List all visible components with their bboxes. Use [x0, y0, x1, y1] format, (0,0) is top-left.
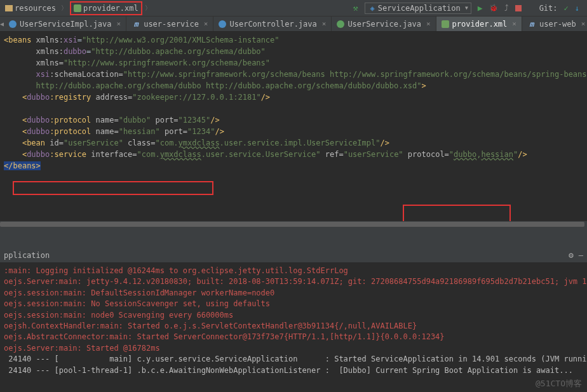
- minimize-icon[interactable]: —: [579, 251, 583, 260]
- breadcrumb-item-active[interactable]: provider.xml: [70, 1, 142, 15]
- console-title: pplication: [4, 251, 50, 260]
- tab-label: UserService.java: [347, 20, 421, 29]
- chevron-right-icon: 〉: [145, 4, 151, 13]
- editor-tabs: ◀ UserServiceImpl.java × m user-service …: [0, 17, 587, 32]
- breadcrumb-item[interactable]: resources: [3, 3, 58, 14]
- watermark: @51CTO博客: [536, 378, 582, 389]
- close-icon[interactable]: ×: [322, 20, 327, 28]
- breadcrumb-bar: resources 〉 provider.xml 〉 ⚒ ◈ ServiceAp…: [0, 0, 587, 17]
- close-icon[interactable]: ×: [117, 20, 121, 28]
- toolbar-right: ⚒ ◈ ServiceApplication ▶ 🐞 ⤴ Git: ✓ ↓: [353, 3, 584, 14]
- console-output[interactable]: :main: Logging initialized @16244ms to o…: [0, 263, 587, 379]
- tab-label: UserServiceImpl.java: [20, 20, 112, 29]
- folder-icon: [5, 5, 13, 11]
- close-icon[interactable]: ×: [426, 20, 431, 28]
- run-icon: ◈: [370, 4, 375, 13]
- git-update-icon[interactable]: ✓: [564, 4, 569, 13]
- panel-splitter[interactable]: [0, 227, 587, 248]
- debug-icon[interactable]: 🐞: [489, 4, 498, 12]
- run-config-label: ServiceApplication: [378, 4, 461, 13]
- java-interface-icon: [337, 20, 344, 28]
- maven-module-icon: m: [132, 20, 140, 29]
- breadcrumb-label: provider.xml: [83, 4, 138, 13]
- run-icon[interactable]: ▶: [478, 3, 483, 13]
- build-icon[interactable]: ⚒: [353, 3, 358, 13]
- scrollbar-thumb[interactable]: [0, 222, 584, 227]
- java-class-icon: [9, 20, 17, 28]
- tab-label: provider.xml: [452, 20, 508, 29]
- tab-provider-xml[interactable]: provider.xml ×: [436, 17, 522, 31]
- breadcrumb-label: resources: [15, 4, 56, 13]
- close-icon[interactable]: ×: [204, 20, 208, 28]
- tab-userservice[interactable]: UserService.java ×: [332, 17, 436, 31]
- tab-user-web[interactable]: m user-web ×: [522, 17, 587, 31]
- close-icon[interactable]: ×: [581, 20, 586, 28]
- tab-label: user-service: [144, 20, 199, 29]
- tab-label: UserController.java: [229, 20, 316, 29]
- tab-usercontroller[interactable]: UserController.java ×: [213, 17, 332, 31]
- maven-module-icon: m: [527, 20, 536, 29]
- xml-file-icon: [74, 4, 81, 12]
- tab-label: user-web: [539, 20, 576, 29]
- run-config-dropdown[interactable]: ◈ ServiceApplication: [365, 3, 471, 14]
- xml-file-icon: [442, 20, 449, 28]
- tab-user-service[interactable]: m user-service ×: [126, 17, 213, 31]
- highlight-box: [13, 181, 213, 195]
- run-coverage-icon[interactable]: ⤴: [504, 3, 509, 13]
- tab-userserviceimpl[interactable]: UserServiceImpl.java ×: [4, 17, 126, 31]
- close-icon[interactable]: ×: [512, 20, 516, 28]
- git-label: Git:: [539, 4, 558, 13]
- highlight-box: [403, 205, 511, 221]
- gear-icon[interactable]: ⚙: [569, 250, 574, 260]
- console-header: pplication ⚙ —: [0, 248, 587, 263]
- code-editor[interactable]: <beans xmlns:xsi="http://www.w3.org/2001…: [0, 32, 587, 221]
- chevron-right-icon: 〉: [61, 4, 67, 13]
- stop-icon[interactable]: [515, 5, 522, 11]
- java-class-icon: [219, 20, 226, 28]
- horizontal-scrollbar[interactable]: [0, 221, 587, 227]
- git-pull-icon[interactable]: ↓: [575, 4, 579, 13]
